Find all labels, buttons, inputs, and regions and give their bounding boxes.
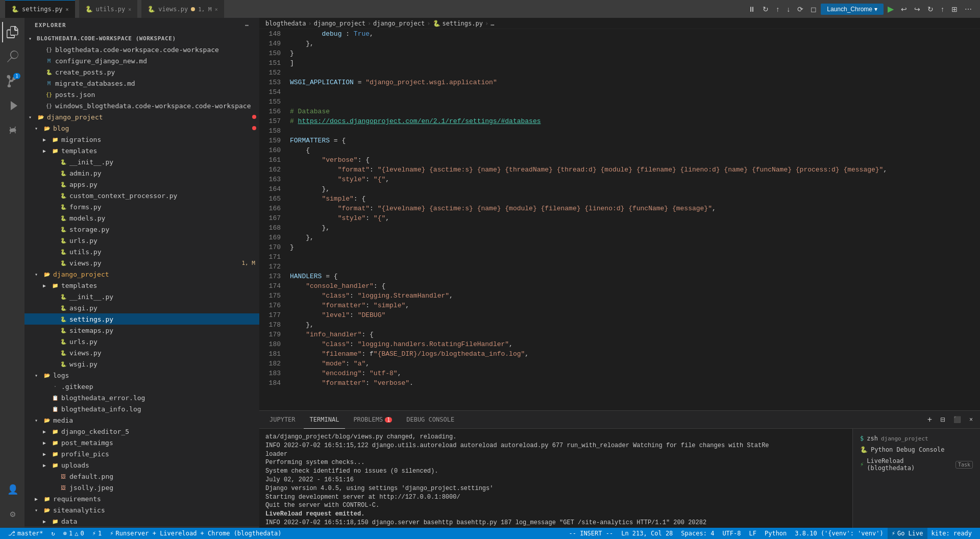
breadcrumb-settings-py[interactable]: settings.py bbox=[443, 20, 483, 27]
file-default-png[interactable]: 🖼 default.png bbox=[24, 471, 259, 482]
file-jsolly-jpeg[interactable]: 🖼 jsolly.jpeg bbox=[24, 482, 259, 493]
file-asgi[interactable]: 🐍 asgi.py bbox=[24, 302, 259, 313]
toolbar-icon-2[interactable]: ↻ bbox=[760, 3, 772, 15]
file-wsgi[interactable]: 🐍 wsgi.py bbox=[24, 358, 259, 370]
folder-migrations[interactable]: ▶ 📁 migrations bbox=[24, 134, 259, 145]
status-venv[interactable]: 3.8.10 ('{venv': 'venv') bbox=[791, 528, 887, 539]
folder-media[interactable]: ▾ 📂 media bbox=[24, 414, 259, 426]
folder-profile-pics[interactable]: ▶ 📁 profile_pics bbox=[24, 448, 259, 459]
terminal-python-debug[interactable]: 🐍 Python Debug Console bbox=[857, 444, 976, 455]
file-blogthedata-workspace[interactable]: {} blogthedata.code-workspace.code-works… bbox=[24, 44, 259, 55]
toolbar-icon-6[interactable]: ◻ bbox=[807, 3, 820, 15]
file-forms[interactable]: 🐍 forms.py bbox=[24, 201, 259, 212]
toolbar-icon-5[interactable]: ⟳ bbox=[794, 3, 806, 15]
file-blog-views[interactable]: 🐍 views.py 1, M bbox=[24, 257, 259, 268]
breadcrumb-django-project-2[interactable]: django_project bbox=[373, 20, 425, 27]
toolbar-icon-3[interactable]: ↑ bbox=[773, 3, 782, 15]
activity-source-control[interactable]: 1 bbox=[2, 71, 22, 91]
file-error-log[interactable]: 📋 blogthedata_error.log bbox=[24, 392, 259, 403]
status-line-ending[interactable]: LF bbox=[745, 528, 761, 539]
tab-debug-console[interactable]: DEBUG CONSOLE bbox=[400, 411, 460, 429]
toolbar-icon-stop[interactable]: ↑ bbox=[938, 3, 947, 15]
file-dj-init[interactable]: 🐍 __init__.py bbox=[24, 291, 259, 302]
toolbar-icon-1[interactable]: ⏸ bbox=[745, 3, 758, 15]
terminal-livereload[interactable]: ⚡ LiveReload (blogthedata) Task bbox=[857, 455, 976, 474]
tab-settings-close[interactable]: × bbox=[65, 7, 68, 12]
file-settings[interactable]: 🐍 settings.py bbox=[24, 313, 259, 325]
code-content[interactable]: debug : True, }, } ] WSGI_APPLICATION = … bbox=[285, 29, 980, 410]
workspace-root[interactable]: ▾ BLOGTHEDATA.CODE-WORKSPACE (WORKSPACE) bbox=[24, 33, 259, 44]
file-dj-urls[interactable]: 🐍 urls.py bbox=[24, 336, 259, 347]
file-posts-json[interactable]: {} posts.json bbox=[24, 89, 259, 100]
file-dj-views[interactable]: 🐍 views.py bbox=[24, 347, 259, 358]
status-errors[interactable]: ⊗ 1 △ 0 bbox=[59, 528, 88, 539]
status-golive[interactable]: ⚡ Go Live bbox=[888, 528, 927, 539]
file-blog-urls[interactable]: 🐍 urls.py bbox=[24, 235, 259, 246]
toolbar-icon-refresh[interactable]: ↻ bbox=[924, 3, 937, 15]
terminal-output[interactable]: ata/django_project/blog/views.py changed… bbox=[259, 429, 852, 528]
file-custom-context[interactable]: 🐍 custom_context_processor.py bbox=[24, 190, 259, 201]
launch-chrome-button[interactable]: Launch_Chrome ▾ bbox=[821, 4, 884, 15]
file-sitemaps[interactable]: 🐍 sitemaps.py bbox=[24, 325, 259, 336]
file-blog-utils[interactable]: 🐍 utils.py bbox=[24, 246, 259, 257]
file-admin[interactable]: 🐍 admin.py bbox=[24, 167, 259, 179]
tab-settings[interactable]: 🐍 settings.py × bbox=[5, 0, 75, 18]
status-runserver[interactable]: ⚡ Runserver + Livereload + Chrome (blogt… bbox=[106, 528, 285, 539]
file-apps[interactable]: 🐍 apps.py bbox=[24, 179, 259, 190]
activity-explorer[interactable] bbox=[2, 22, 22, 42]
tab-problems[interactable]: PROBLEMS 1 bbox=[347, 411, 398, 429]
folder-siteanalytics[interactable]: ▾ 📂 siteanalytics bbox=[24, 504, 259, 516]
file-blog-init[interactable]: 🐍 __init__.py bbox=[24, 156, 259, 167]
sidebar-more-icon[interactable]: ⋯ bbox=[245, 22, 249, 29]
tab-terminal[interactable]: TERMINAL bbox=[304, 411, 346, 429]
folder-django-project-root[interactable]: ▾ 📂 django_project bbox=[24, 111, 259, 122]
folder-uploads[interactable]: ▶ 📁 uploads bbox=[24, 459, 259, 471]
tab-jupyter[interactable]: JUPYTER bbox=[263, 411, 302, 429]
folder-django-ckeditor[interactable]: ▶ 📁 django_ckeditor_5 bbox=[24, 426, 259, 437]
status-encoding[interactable]: UTF-8 bbox=[718, 528, 745, 539]
toolbar-icon-4[interactable]: ↓ bbox=[783, 3, 793, 15]
file-migrate-databases[interactable]: M migrate_databases.md bbox=[24, 78, 259, 89]
tab-utils[interactable]: 🐍 utils.py × bbox=[79, 0, 138, 18]
status-position[interactable]: Ln 213, Col 28 bbox=[617, 528, 677, 539]
panel-split-button[interactable]: ⊟ bbox=[937, 414, 948, 425]
folder-blog-templates[interactable]: ▶ 📁 templates bbox=[24, 145, 259, 156]
activity-extensions[interactable] bbox=[2, 120, 22, 140]
file-create-posts[interactable]: 🐍 create_posts.py bbox=[24, 66, 259, 78]
toolbar-icon-back[interactable]: ↩ bbox=[898, 3, 910, 15]
file-gitkeep[interactable]: · .gitkeep bbox=[24, 381, 259, 392]
panel-maximize-button[interactable]: ⬛ bbox=[950, 414, 964, 425]
terminal-zsh[interactable]: $ zsh django_project bbox=[857, 433, 976, 444]
folder-logs[interactable]: ▾ 📂 logs bbox=[24, 370, 259, 381]
status-info[interactable]: ⚡ 1 bbox=[88, 528, 106, 539]
status-branch[interactable]: ⎇ master* bbox=[4, 528, 47, 539]
folder-post-metaimgs[interactable]: ▶ 📁 post_metaimgs bbox=[24, 437, 259, 448]
folder-requirements[interactable]: ▶ 📁 requirements bbox=[24, 493, 259, 504]
breadcrumb-django-project-1[interactable]: django_project bbox=[314, 20, 365, 27]
folder-dj-templates[interactable]: ▶ 📁 templates bbox=[24, 280, 259, 291]
toolbar-icon-forward[interactable]: ↪ bbox=[911, 3, 923, 15]
status-spaces[interactable]: Spaces: 4 bbox=[677, 528, 718, 539]
code-editor[interactable]: 148149150151152 153154155156157 15815916… bbox=[259, 29, 980, 410]
tab-views-close[interactable]: × bbox=[215, 7, 218, 12]
folder-data[interactable]: ▶ 📁 data bbox=[24, 516, 259, 527]
activity-search[interactable] bbox=[2, 46, 22, 67]
folder-blog[interactable]: ▾ 📂 blog bbox=[24, 122, 259, 134]
breadcrumb-blogthedata[interactable]: blogthedata bbox=[265, 20, 306, 27]
tab-views[interactable]: 🐍 views.py 1, M × bbox=[141, 0, 224, 18]
file-storage[interactable]: 🐍 storage.py bbox=[24, 224, 259, 235]
toolbar-icon-ellipsis[interactable]: ⋯ bbox=[962, 3, 975, 15]
activity-settings-gear[interactable]: ⚙ bbox=[2, 503, 22, 524]
file-configure-django[interactable]: M configure_django_new.md bbox=[24, 55, 259, 66]
activity-account[interactable]: 👤 bbox=[2, 479, 22, 499]
file-windows-workspace[interactable]: {} windows_blogthedata.code-workspace.co… bbox=[24, 100, 259, 111]
run-button[interactable]: ▶ bbox=[885, 2, 897, 16]
tab-utils-close[interactable]: × bbox=[128, 7, 131, 12]
status-mode[interactable]: -- INSERT -- bbox=[565, 528, 617, 539]
status-language[interactable]: Python bbox=[761, 528, 791, 539]
panel-close-button[interactable]: × bbox=[966, 414, 976, 425]
breadcrumb-ellipsis[interactable]: … bbox=[491, 20, 494, 27]
status-kite[interactable]: kite: ready bbox=[927, 528, 976, 539]
file-models[interactable]: 🐍 models.py bbox=[24, 212, 259, 224]
toolbar-icon-split[interactable]: ⊞ bbox=[948, 3, 961, 15]
